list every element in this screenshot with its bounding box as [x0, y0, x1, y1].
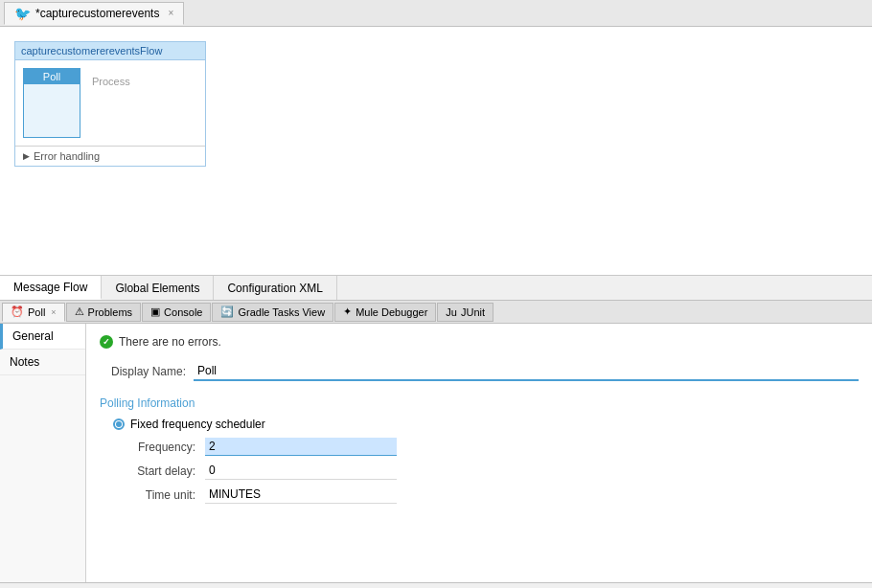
tool-tab-console[interactable]: ▣ Console [142, 303, 211, 322]
tab-close-button[interactable]: × [168, 8, 173, 18]
sidebar-item-notes[interactable]: Notes [0, 350, 85, 375]
flow-header: capturecustomerereventsFlow [15, 42, 205, 60]
properties-area: General Notes ✓ There are no errors. Dis… [0, 324, 872, 582]
time-unit-row: Time unit: [86, 483, 872, 507]
poll-tab-label: Poll [28, 306, 45, 318]
display-name-input[interactable] [194, 362, 859, 381]
start-delay-row: Start delay: [86, 459, 872, 483]
view-tabs: Message Flow Global Elements Configurati… [0, 276, 872, 301]
canvas-area: capturecustomerereventsFlow Poll Process… [0, 27, 872, 276]
polling-section-title: Polling Information [86, 389, 872, 414]
no-errors-message: There are no errors. [119, 335, 221, 349]
properties-sidebar: General Notes [0, 324, 86, 582]
properties-content: ✓ There are no errors. Display Name: Pol… [86, 324, 872, 582]
error-handling-label: Error handling [34, 150, 100, 162]
tab-bar: 🐦 *capturecustomerevents × [0, 0, 872, 27]
no-errors-bar: ✓ There are no errors. [86, 331, 872, 358]
start-delay-label: Start delay: [100, 464, 205, 478]
frequency-label: Frequency: [100, 441, 205, 454]
frequency-row: Frequency: [86, 435, 872, 459]
tool-tab-poll[interactable]: ⏰ Poll × [2, 303, 65, 322]
start-delay-input[interactable] [205, 462, 397, 480]
console-label: Console [164, 306, 202, 318]
poll-block[interactable]: Poll [23, 68, 80, 138]
time-unit-input[interactable] [205, 486, 397, 504]
console-icon: ▣ [150, 305, 160, 318]
tab-icon: 🐦 [14, 6, 31, 21]
process-label: Process [88, 68, 134, 91]
tab-label: *capturecustomerevents [35, 7, 159, 20]
poll-tab-close[interactable]: × [51, 307, 56, 317]
tab-configuration-xml[interactable]: Configuration XML [214, 276, 336, 300]
scheduler-radio[interactable] [113, 418, 125, 430]
time-unit-label: Time unit: [100, 488, 205, 502]
tool-tab-debugger[interactable]: ✦ Mule Debugger [334, 303, 436, 322]
scheduler-radio-row: Fixed frequency scheduler [86, 414, 872, 435]
scheduler-label: Fixed frequency scheduler [130, 418, 265, 431]
frequency-input[interactable] [205, 438, 397, 456]
bottom-panel: ⏰ Poll × ⚠ Problems ▣ Console 🔄 Gradle T… [0, 301, 872, 583]
gradle-label: Gradle Tasks View [238, 306, 325, 318]
problems-label: Problems [88, 306, 132, 318]
tool-tab-problems[interactable]: ⚠ Problems [66, 303, 141, 322]
tool-tab-junit[interactable]: Ju JUnit [437, 303, 493, 322]
display-name-row: Display Name: [86, 358, 872, 385]
poll-block-header: Poll [24, 69, 80, 84]
gradle-icon: 🔄 [220, 305, 234, 318]
debugger-label: Mule Debugger [356, 306, 427, 318]
junit-label: JUnit [461, 306, 485, 318]
tab-message-flow[interactable]: Message Flow [0, 276, 102, 300]
sidebar-item-general[interactable]: General [0, 324, 85, 350]
tab-global-elements[interactable]: Global Elements [102, 276, 214, 300]
error-handling-section[interactable]: ▶ Error handling [15, 146, 205, 166]
problems-icon: ⚠ [75, 305, 84, 318]
poll-block-body [24, 84, 80, 137]
poll-tab-icon: ⏰ [11, 305, 24, 318]
expand-triangle-icon: ▶ [23, 151, 30, 161]
display-name-label: Display Name: [100, 365, 186, 378]
flow-container: capturecustomerereventsFlow Poll Process… [14, 41, 206, 167]
junit-icon: Ju [446, 306, 457, 318]
debugger-icon: ✦ [343, 305, 352, 318]
tool-tabs-bar: ⏰ Poll × ⚠ Problems ▣ Console 🔄 Gradle T… [0, 301, 872, 324]
success-icon: ✓ [100, 335, 113, 349]
tool-tab-gradle[interactable]: 🔄 Gradle Tasks View [212, 303, 333, 322]
main-tab[interactable]: 🐦 *capturecustomerevents × [4, 2, 184, 25]
flow-body: Poll Process [15, 60, 205, 146]
